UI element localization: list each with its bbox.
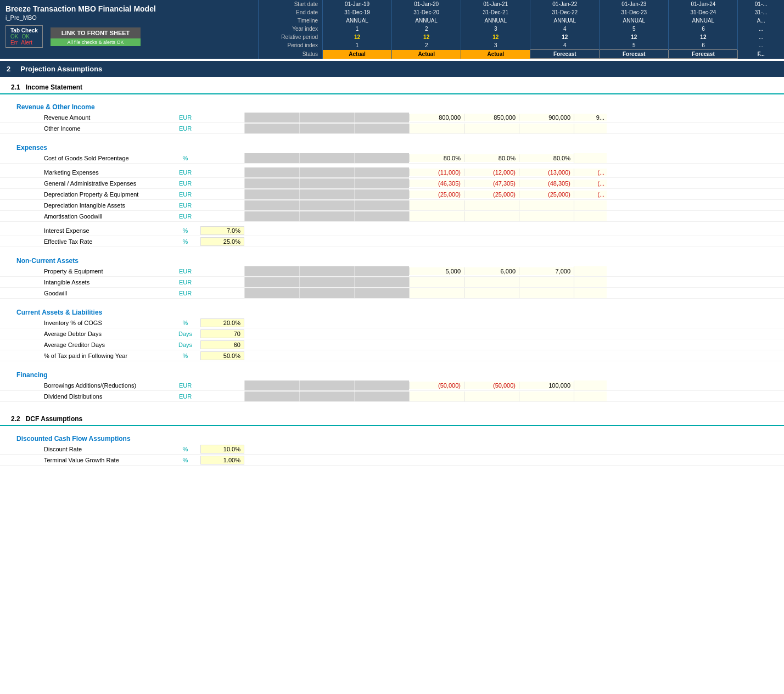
category-nca: Non-Current Assets — [0, 253, 784, 266]
category-revenue-title: Revenue & Other Income — [16, 103, 95, 111]
input-debtor-days[interactable]: 70 — [200, 329, 244, 338]
forecast1-ppe: 5,000 — [409, 267, 464, 275]
relperiod-4: 12 — [530, 33, 600, 41]
label-tax-paid: % of Tax paid in Following Year — [0, 352, 170, 359]
input-tax-rate[interactable]: 25.0% — [200, 237, 244, 246]
forecast2-cogs: 80.0% — [464, 154, 519, 162]
actual3-intangible — [354, 277, 409, 287]
forecast4-dep-ppe: (... — [574, 191, 607, 198]
row-other-income: Other Income EUR — [0, 123, 784, 134]
label-terminal-growth: Terminal Value Growth Rate — [0, 457, 170, 463]
actual2-cogs — [299, 153, 354, 163]
row-creditor-days: Average Creditor Days Days 60 — [0, 339, 784, 350]
periodindex-3: 3 — [461, 41, 530, 50]
app-title: Breeze Transaction MBO Financial Model — [5, 4, 253, 13]
actual1-revenue-amount — [244, 113, 299, 122]
forecast4-goodwill — [574, 288, 607, 298]
relperiod-1: 12 — [323, 33, 392, 41]
actual3-goodwill — [354, 288, 409, 298]
actual1-dep-intangible — [244, 200, 299, 210]
actual2-marketing — [299, 167, 354, 177]
label-ppe: Property & Equipment — [0, 268, 170, 275]
startdate-7: 01-... — [738, 0, 784, 8]
forecast4-amort — [574, 211, 607, 221]
spacer-2 — [0, 134, 784, 139]
forecast4-cogs — [574, 153, 607, 163]
label-creditor-days: Average Creditor Days — [0, 342, 170, 348]
forecast3-gna: (48,305) — [519, 180, 574, 187]
header-row-yearindex: Year index 1 2 3 4 5 6 ... — [259, 25, 784, 33]
actual3-amort — [354, 211, 409, 221]
subsection-22-title: DCF Assumptions — [26, 415, 83, 423]
forecast3-goodwill — [519, 288, 574, 298]
row-gna: General / Administrative Expenses EUR (4… — [0, 178, 784, 189]
category-revenue: Revenue & Other Income — [0, 99, 784, 112]
forecast3-dividends — [519, 391, 574, 401]
forecast3-marketing: (13,000) — [519, 169, 574, 176]
row-dividends: Dividend Distributions EUR — [0, 391, 784, 402]
label-discount-rate: Discount Rate — [0, 446, 170, 452]
forecast1-amort — [409, 211, 464, 221]
timeline-3: ANNUAL — [461, 16, 530, 25]
forecast1-borrowings: (50,000) — [409, 382, 464, 389]
actual3-ppe — [354, 266, 409, 276]
spacer-1 — [0, 94, 784, 99]
actual2-goodwill — [299, 288, 354, 298]
label-yearindex: Year index — [259, 25, 323, 33]
timeline-1: ANNUAL — [323, 16, 392, 25]
forecast1-marketing: (11,000) — [409, 169, 464, 176]
subsection-22-header: 2.2 DCF Assumptions — [0, 411, 784, 426]
forecast1-other-income — [409, 124, 464, 133]
link-button[interactable]: LINK TO FRONT SHEET — [51, 27, 141, 38]
input-inventory[interactable]: 20.0% — [200, 318, 244, 327]
forecast2-gna: (47,305) — [464, 180, 519, 187]
unit-interest: % — [170, 227, 200, 234]
startdate-4: 01-Jan-22 — [530, 0, 600, 8]
label-debtor-days: Average Debtor Days — [0, 331, 170, 337]
category-cal: Current Assets & Liabilities — [0, 304, 784, 317]
input-terminal-growth[interactable]: 1.00% — [200, 456, 244, 464]
label-marketing: Marketing Expenses — [0, 169, 170, 176]
row-inventory: Inventory % of COGS % 20.0% — [0, 317, 784, 328]
category-financing-title: Financing — [16, 371, 48, 379]
input-discount-rate[interactable]: 10.0% — [200, 445, 244, 454]
input-tax-paid[interactable]: 50.0% — [200, 351, 244, 360]
status-2: Actual — [392, 50, 461, 59]
unit-debtor-days: Days — [170, 331, 200, 337]
category-dcf: Discounted Cash Flow Assumptions — [0, 430, 784, 444]
actual2-ppe — [299, 266, 354, 276]
relperiod-7: ... — [738, 33, 784, 41]
category-cal-title: Current Assets & Liabilities — [16, 309, 102, 316]
section-2-number: 2 — [7, 65, 10, 73]
enddate-2: 31-Dec-20 — [392, 8, 461, 16]
startdate-6: 01-Jan-24 — [669, 0, 738, 8]
unit-amort-goodwill: EUR — [170, 213, 200, 220]
actual3-dividends — [354, 391, 409, 401]
label-periodindex: Period index — [259, 41, 323, 50]
periodindex-1: 1 — [323, 41, 392, 50]
actual1-borrowings — [244, 380, 299, 390]
spacer-6 — [0, 299, 784, 304]
row-tax-rate: Effective Tax Rate % 25.0% — [0, 236, 784, 247]
label-other-income: Other Income — [0, 125, 170, 132]
label-amort-goodwill: Amortisation Goodwill — [0, 213, 170, 220]
link-button-area[interactable]: LINK TO FRONT SHEET All file checks & al… — [51, 27, 141, 46]
subsection-21-title: Income Statement — [26, 83, 82, 91]
enddate-3: 31-Dec-21 — [461, 8, 530, 16]
forecast2-amort — [464, 211, 519, 221]
actual1-marketing — [244, 167, 299, 177]
tab-check-ok2: OK — [21, 33, 29, 40]
actual1-amort — [244, 211, 299, 221]
enddate-4: 31-Dec-22 — [530, 8, 600, 16]
row-amort-goodwill: Amortisation Goodwill EUR — [0, 211, 784, 222]
actual3-marketing — [354, 167, 409, 177]
controls-area: Tab Check OK OK Err Alert LINK TO FRONT … — [0, 22, 258, 51]
input-creditor-days[interactable]: 60 — [200, 340, 244, 349]
section-2-title: Projection Assumptions — [20, 65, 102, 73]
input-interest[interactable]: 7.0% — [200, 226, 244, 235]
startdate-1: 01-Jan-19 — [323, 0, 392, 8]
relperiod-2: 12 — [392, 33, 461, 41]
unit-discount-rate: % — [170, 446, 200, 452]
row-intangible: Intangible Assets EUR — [0, 277, 784, 288]
unit-gna: EUR — [170, 180, 200, 187]
